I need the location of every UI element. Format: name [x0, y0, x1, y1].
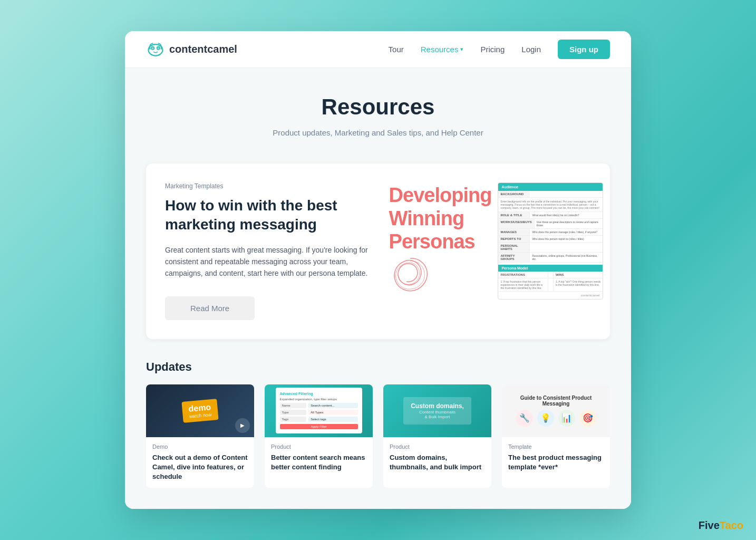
update-category: Demo: [152, 443, 248, 450]
update-category: Product: [390, 443, 485, 450]
navbar: contentcamel Tour Resources ▾ Pricing Lo…: [125, 31, 631, 68]
update-card-custom[interactable]: Custom domains, Content thumbnails & Bul…: [383, 384, 491, 488]
app-window: contentcamel Tour Resources ▾ Pricing Lo…: [125, 31, 631, 509]
watermark-text: FiveTaco: [699, 519, 743, 531]
update-card-title: Custom domains, thumbnails, and bulk imp…: [390, 453, 485, 472]
updates-grid: demo watch now ▶ Demo Check out a demo o…: [146, 384, 610, 488]
update-card-title: Better content search means better conte…: [271, 453, 366, 472]
featured-content: Marketing Templates How to win with the …: [165, 182, 380, 320]
update-info: Product Better content search means bett…: [265, 437, 373, 478]
update-category: Product: [271, 443, 366, 450]
nav-links: Tour Resources ▾ Pricing Login Sign up: [389, 40, 610, 59]
featured-card: Marketing Templates How to win with the …: [146, 163, 610, 339]
signup-button[interactable]: Sign up: [558, 40, 610, 59]
persona-table-mock: Audience BACKGROUND Enter background inf…: [498, 182, 603, 300]
template-icon-4: 🎯: [579, 410, 596, 427]
nav-login[interactable]: Login: [521, 45, 541, 54]
update-info: Template The best product messaging temp…: [502, 437, 610, 478]
update-card-template[interactable]: Guide to Consistent Product Messaging 🔧 …: [502, 384, 610, 488]
update-card-title: The best product messaging template *eve…: [508, 453, 604, 472]
play-icon: ▶: [235, 418, 250, 433]
read-more-button[interactable]: Read More: [165, 296, 255, 320]
svg-point-0: [149, 44, 163, 56]
persona-visual: Developing Winning Personas Audience BAC…: [389, 182, 604, 300]
update-card-demo[interactable]: demo watch now ▶ Demo Check out a demo o…: [146, 384, 254, 488]
nav-resources[interactable]: Resources ▾: [421, 45, 464, 54]
persona-title-art: Developing Winning Personas: [389, 184, 492, 297]
custom-text-title: Custom domains,: [411, 402, 464, 410]
template-thumbnail: Guide to Consistent Product Messaging 🔧 …: [502, 384, 610, 437]
update-info: Demo Check out a demo of Content Camel, …: [146, 437, 254, 488]
nav-tour[interactable]: Tour: [389, 45, 404, 54]
update-info: Product Custom domains, thumbnails, and …: [383, 437, 491, 478]
custom-text-badge: Custom domains, Content thumbnails & Bul…: [403, 397, 471, 425]
template-icon-1: 🔧: [516, 410, 533, 427]
custom-text-sub2: & Bulk Import: [411, 414, 464, 419]
featured-tag: Marketing Templates: [165, 182, 380, 190]
logo[interactable]: contentcamel: [146, 40, 237, 59]
hero-section: Resources Product updates, Marketing and…: [125, 68, 631, 153]
logo-text: contentcamel: [169, 43, 237, 55]
update-card-title: Check out a demo of Content Camel, dive …: [152, 453, 248, 482]
featured-title: How to win with the best marketing messa…: [165, 196, 380, 235]
demo-thumbnail: demo watch now ▶: [146, 384, 254, 437]
scribble-circle-icon: [389, 253, 431, 295]
product-thumbnail: Advanced Filtering Expanded organization…: [265, 384, 373, 437]
demo-badge: demo watch now: [182, 399, 219, 423]
custom-text-sub: Content thumbnails: [411, 410, 464, 414]
svg-point-4: [158, 47, 159, 49]
svg-point-3: [152, 47, 153, 49]
hero-subtitle: Product updates, Marketing and Sales tip…: [146, 128, 610, 137]
updates-title: Updates: [146, 360, 610, 374]
nav-pricing[interactable]: Pricing: [480, 45, 505, 54]
product-mock: Advanced Filtering Expanded organization…: [276, 388, 362, 433]
template-icon-3: 📊: [558, 410, 575, 427]
update-category: Template: [508, 443, 604, 450]
demo-badge-sub: watch now: [189, 412, 212, 419]
page-title: Resources: [146, 94, 610, 120]
featured-image: Developing Winning Personas Audience BAC…: [401, 182, 591, 300]
logo-icon: [146, 40, 165, 59]
updates-section: Updates demo watch now ▶ Demo Check out …: [125, 355, 631, 509]
template-icon-2: 💡: [537, 410, 554, 427]
template-icons: Guide to Consistent Product Messaging 🔧 …: [502, 391, 610, 431]
update-card-product1[interactable]: Advanced Filtering Expanded organization…: [265, 384, 373, 488]
custom-thumbnail: Custom domains, Content thumbnails & Bul…: [383, 384, 491, 437]
featured-description: Great content starts with great messagin…: [165, 244, 380, 279]
chevron-down-icon: ▾: [460, 46, 463, 53]
watermark: FiveTaco: [699, 519, 743, 532]
